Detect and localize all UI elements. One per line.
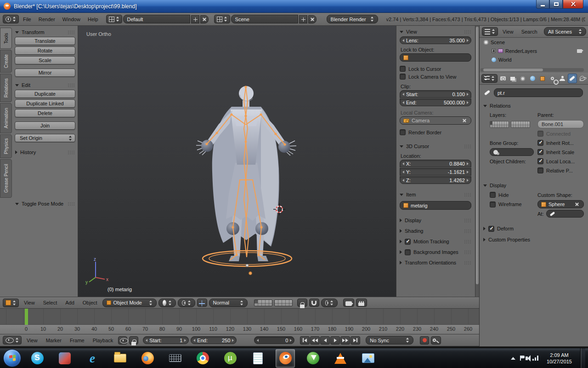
current-frame-field[interactable]: 0 — [254, 336, 294, 344]
decrement-icon[interactable] — [402, 93, 404, 96]
taskbar-app-ie[interactable]: e — [83, 349, 102, 368]
outliner-display-mode-dropdown[interactable]: All Scenes — [544, 27, 586, 36]
editor-type-button-info[interactable] — [3, 15, 19, 23]
menu-frame[interactable]: Frame — [67, 338, 88, 343]
jump-to-end-button[interactable] — [351, 336, 360, 345]
set-origin-dropdown[interactable]: Set Origin — [15, 134, 75, 142]
close-button[interactable] — [563, 0, 583, 9]
current-frame-indicator[interactable] — [25, 309, 28, 325]
timeline-ruler[interactable]: 0102030405060708090100110120130140150160… — [0, 325, 479, 334]
rotate-button[interactable]: Rotate — [15, 46, 75, 55]
item-panel-header[interactable]: Item — [400, 190, 471, 199]
taskbar-app-explorer[interactable] — [110, 349, 130, 368]
increment-icon[interactable] — [467, 162, 469, 165]
increment-icon[interactable] — [290, 339, 292, 342]
clear-icon[interactable] — [461, 117, 468, 124]
opengl-render-anim-button[interactable] — [356, 299, 367, 307]
tab-grease-pencil[interactable]: Grease Pencil — [0, 159, 12, 198]
custom-properties-panel-header[interactable]: Custom Properties — [483, 235, 584, 244]
decrement-icon[interactable] — [257, 339, 259, 342]
increment-icon[interactable] — [232, 339, 234, 342]
add-layout-button[interactable] — [191, 15, 199, 23]
decrement-icon[interactable] — [402, 39, 404, 42]
connected-checkbox[interactable] — [537, 131, 543, 137]
taskbar-app-vlc[interactable] — [331, 349, 350, 368]
scene-field[interactable]: Scene — [231, 15, 298, 23]
play-button[interactable] — [330, 336, 340, 345]
tab-create[interactable]: Create — [0, 50, 12, 73]
increment-icon[interactable] — [467, 101, 469, 104]
taskbar-app-skype[interactable]: S — [28, 349, 47, 368]
join-button[interactable]: Join — [15, 121, 75, 130]
layers-grid-2[interactable] — [274, 299, 293, 306]
editor-type-button-outliner[interactable] — [482, 27, 498, 36]
taskbar-app-keyboard[interactable] — [165, 349, 185, 368]
sync-dropdown[interactable]: No Sync — [366, 336, 413, 345]
display-panel-header[interactable]: Display — [483, 181, 584, 190]
view-panel-header[interactable]: View — [400, 27, 471, 36]
cursor-y-slider[interactable]: Y:-1.1621 — [400, 168, 471, 176]
orientation-dropdown[interactable]: Normal — [209, 299, 248, 307]
scene-browse-button[interactable] — [214, 15, 230, 23]
taskbar-app-chrome[interactable] — [193, 349, 212, 368]
bone-layers-grid-1[interactable] — [490, 121, 509, 128]
increment-icon[interactable] — [467, 39, 469, 42]
transform-orientations-panel-header[interactable]: Transform Orientations — [400, 258, 471, 267]
hide-checkbox[interactable] — [490, 192, 496, 198]
render-engine-dropdown[interactable]: Blender Render — [327, 15, 378, 23]
decrement-icon[interactable] — [402, 162, 404, 165]
increment-icon[interactable] — [467, 93, 469, 96]
toggle-pose-mode-header[interactable]: Toggle Pose Mode — [13, 199, 77, 208]
decrement-icon[interactable] — [146, 339, 147, 342]
lens-slider[interactable]: Lens:35.000 — [400, 36, 471, 44]
render-border-checkbox[interactable] — [400, 129, 406, 135]
layers-grid-1[interactable] — [254, 299, 272, 306]
item-name-field[interactable]: metarig — [400, 201, 471, 210]
lock-camera-checkbox[interactable] — [400, 74, 406, 80]
hand-sphere-left[interactable] — [201, 140, 213, 152]
duplicate-linked-button[interactable]: Duplicate Linked — [15, 99, 75, 108]
window-titlebar[interactable]: Blender* [C:\Users\tejas\Desktop\project… — [0, 0, 588, 13]
cursor-x-slider[interactable]: X:0.8840 — [400, 160, 471, 167]
play-reverse-button[interactable] — [320, 336, 330, 345]
tab-scene[interactable] — [518, 74, 527, 83]
hidden-icons-button[interactable] — [511, 357, 515, 360]
menu-playback[interactable]: Playback — [90, 338, 117, 343]
keying-set-button[interactable] — [431, 336, 441, 345]
outliner-scrollbar[interactable] — [481, 68, 584, 72]
screen-layout-field[interactable]: Default — [123, 15, 190, 23]
background-images-checkbox[interactable] — [405, 249, 411, 255]
knee-sphere-right[interactable] — [255, 222, 268, 235]
local-camera-field[interactable]: Camera — [400, 116, 471, 125]
outliner-item-scene[interactable]: Scene — [480, 38, 588, 46]
maximize-button[interactable] — [549, 0, 563, 9]
translate-button[interactable]: Translate — [15, 37, 75, 45]
expand-icon[interactable] — [492, 49, 496, 53]
tab-physics[interactable]: Physics — [0, 134, 12, 158]
lock-to-cursor-checkbox[interactable] — [400, 66, 406, 72]
increment-icon[interactable] — [467, 179, 469, 182]
add-scene-button[interactable] — [299, 15, 307, 23]
shading-dropdown[interactable] — [158, 299, 176, 307]
deform-checkbox[interactable] — [488, 226, 494, 232]
decrement-icon[interactable] — [402, 179, 404, 182]
menu-render[interactable]: Render — [35, 17, 58, 22]
clip-start-slider[interactable]: Start:0.100 — [400, 90, 471, 98]
menu-file[interactable]: File — [20, 17, 34, 22]
snap-element-dropdown[interactable] — [321, 299, 338, 307]
timeline-body[interactable] — [0, 309, 479, 325]
tab-render[interactable] — [498, 74, 508, 83]
opengl-render-button[interactable] — [343, 299, 354, 307]
transform-panel-header[interactable]: Transform — [13, 28, 77, 37]
cursor-panel-header[interactable]: 3D Cursor — [400, 142, 471, 151]
parent-dropdown[interactable]: Bone.001 — [537, 120, 584, 128]
taskbar-app-photos[interactable] — [358, 349, 378, 368]
increment-icon[interactable] — [467, 171, 469, 173]
hand-sphere-right[interactable] — [278, 141, 290, 153]
taskbar-app-utorrent[interactable]: µ — [220, 349, 240, 368]
menu-view[interactable]: View — [499, 29, 517, 34]
increment-icon[interactable] — [184, 339, 186, 342]
tab-armature-data[interactable] — [558, 74, 567, 83]
scrollbar-thumb[interactable] — [483, 69, 543, 71]
relative-parenting-checkbox[interactable] — [537, 167, 543, 173]
